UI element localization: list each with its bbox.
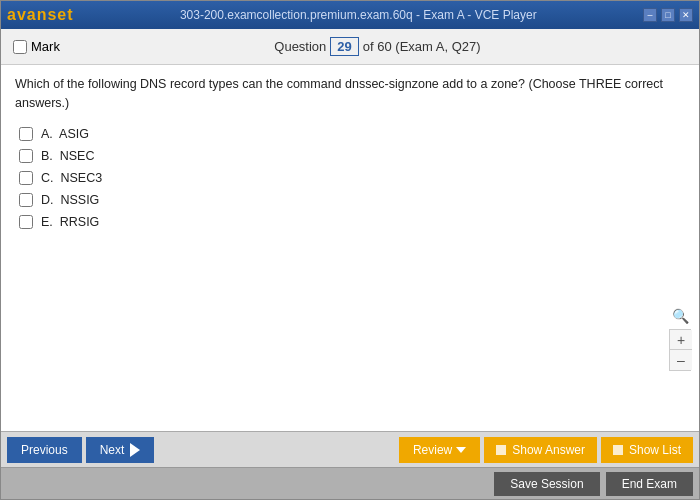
window-title: 303-200.examcollection.premium.exam.60q … [74,8,643,22]
option-a-checkbox[interactable] [19,127,33,141]
next-arrow-icon [130,443,140,457]
option-b-checkbox[interactable] [19,149,33,163]
close-button[interactable]: ✕ [679,8,693,22]
show-list-icon [613,445,623,455]
question-text: Which of the following DNS record types … [15,75,685,113]
sidebar-tools: 🔍 + – [669,305,691,371]
bottom-toolbar: Previous Next Review Show Answer Show Li… [1,431,699,467]
question-number: 29 [330,37,358,56]
search-icon[interactable]: 🔍 [669,305,691,327]
option-d-label: D. NSSIG [41,193,99,207]
review-label: Review [413,443,452,457]
option-e-checkbox[interactable] [19,215,33,229]
list-item: B. NSEC [19,149,685,163]
question-label: Question [274,39,326,54]
mark-checkbox[interactable] [13,40,27,54]
next-button[interactable]: Next [86,437,155,463]
content-area: Which of the following DNS record types … [1,65,699,431]
show-answer-button[interactable]: Show Answer [484,437,597,463]
maximize-button[interactable]: □ [661,8,675,22]
list-item: E. RRSIG [19,215,685,229]
option-d-checkbox[interactable] [19,193,33,207]
zoom-in-button[interactable]: + [670,330,692,350]
question-of-label: of 60 (Exam A, Q27) [363,39,481,54]
zoom-controls: + – [669,329,691,371]
option-c-label: C. NSEC3 [41,171,102,185]
option-e-label: E. RRSIG [41,215,99,229]
review-arrow-icon [456,447,466,453]
show-answer-label: Show Answer [512,443,585,457]
zoom-out-button[interactable]: – [670,350,692,370]
list-item: D. NSSIG [19,193,685,207]
bottom-action-bar: Save Session End Exam [1,467,699,499]
show-list-label: Show List [629,443,681,457]
app-logo: avanset [7,6,74,24]
logo-text-accent: set [47,6,73,23]
end-exam-button[interactable]: End Exam [606,472,693,496]
review-button[interactable]: Review [399,437,480,463]
logo-text-main: avan [7,6,47,23]
option-b-label: B. NSEC [41,149,95,163]
option-a-label: A. ASIG [41,127,89,141]
window-controls: – □ ✕ [643,8,693,22]
app-window: avanset 303-200.examcollection.premium.e… [0,0,700,500]
question-number-area: Question 29 of 60 (Exam A, Q27) [68,37,687,56]
title-bar: avanset 303-200.examcollection.premium.e… [1,1,699,29]
save-session-button[interactable]: Save Session [494,472,599,496]
mark-area: Mark [13,39,60,54]
question-header: Mark Question 29 of 60 (Exam A, Q27) [1,29,699,65]
question-body: Which of the following DNS record types … [1,65,699,431]
previous-button[interactable]: Previous [7,437,82,463]
mark-label: Mark [31,39,60,54]
minimize-button[interactable]: – [643,8,657,22]
list-item: A. ASIG [19,127,685,141]
answer-options: A. ASIG B. NSEC C. NSEC3 D. NSSIG E. RR [15,127,685,229]
option-c-checkbox[interactable] [19,171,33,185]
next-label: Next [100,443,125,457]
show-list-button[interactable]: Show List [601,437,693,463]
show-answer-icon [496,445,506,455]
list-item: C. NSEC3 [19,171,685,185]
